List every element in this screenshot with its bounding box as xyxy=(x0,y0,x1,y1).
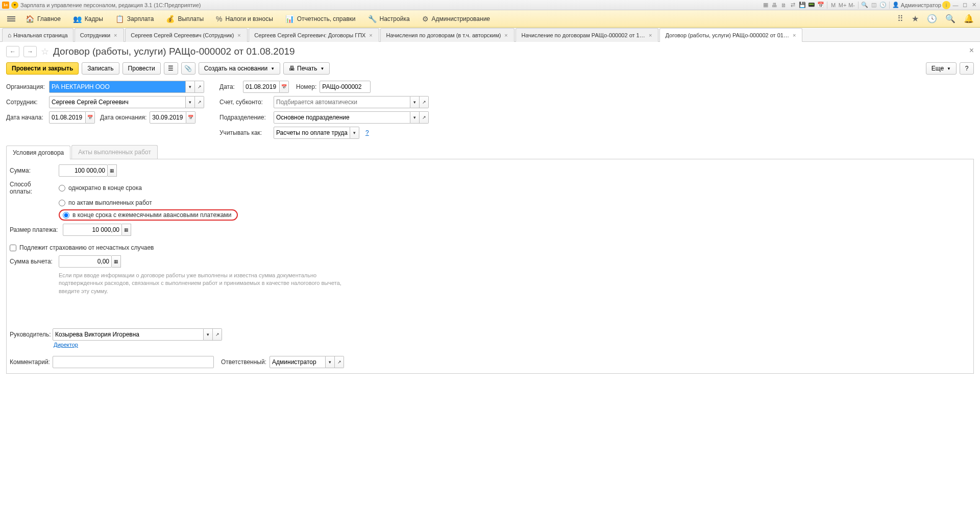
dropdown-icon[interactable]: ▾ xyxy=(410,96,420,108)
menu-main[interactable]: 🏠Главное xyxy=(20,13,66,25)
sum-input[interactable] xyxy=(59,164,108,177)
zoom-icon[interactable]: 🔍 xyxy=(861,1,869,9)
menu-reports[interactable]: 📊Отчетность, справки xyxy=(280,13,361,25)
subtab-acts[interactable]: Акты выполненных работ xyxy=(71,145,157,159)
calc-icon[interactable]: 📟 xyxy=(807,1,816,9)
date-input[interactable] xyxy=(243,81,280,93)
open-icon[interactable]: ↗ xyxy=(420,111,429,124)
tab-accruals[interactable]: Начисления по договорам (в т.ч. авторски… xyxy=(380,28,514,42)
comment-input[interactable] xyxy=(53,356,214,368)
radio-monthly[interactable] xyxy=(63,212,69,219)
print-icon[interactable]: 🖶 xyxy=(771,1,779,9)
favorite-icon[interactable]: ★ xyxy=(910,12,921,26)
close-icon[interactable]: × xyxy=(368,32,374,38)
burger-menu[interactable] xyxy=(4,16,18,21)
manager-input[interactable] xyxy=(53,328,204,341)
calendar-icon[interactable]: 📅 xyxy=(817,1,825,9)
open-icon[interactable]: ↗ xyxy=(195,81,204,93)
dropdown-icon[interactable]: ▾ xyxy=(326,356,335,368)
menu-admin[interactable]: ⚙Администрирование xyxy=(417,13,495,25)
save-icon[interactable]: 💾 xyxy=(798,1,806,9)
account-input[interactable] xyxy=(274,96,410,108)
calc-icon[interactable]: ▦ xyxy=(122,224,131,236)
calendar-icon[interactable]: 📅 xyxy=(86,111,95,124)
calc-icon[interactable]: ▦ xyxy=(112,255,121,268)
employee-input[interactable] xyxy=(49,96,186,108)
history-icon[interactable]: 🕓 xyxy=(925,12,939,26)
number-input[interactable] xyxy=(320,81,371,93)
radio-acts[interactable] xyxy=(59,200,65,206)
position-link[interactable]: Директор xyxy=(54,342,970,348)
menu-payments[interactable]: 💰Выплаты xyxy=(161,13,209,25)
tab-accrual-doc[interactable]: Начисление по договорам РАЩо-000002 от 1… xyxy=(516,28,658,42)
menu-taxes[interactable]: %Налоги и взносы xyxy=(211,13,278,25)
maximize-icon[interactable]: ◻ xyxy=(961,1,969,9)
dropdown-icon[interactable]: ▾ xyxy=(204,328,213,341)
m-plus-icon[interactable]: M+ xyxy=(839,1,847,9)
minimize-icon[interactable]: — xyxy=(951,1,960,9)
panel-icon[interactable]: ◫ xyxy=(870,1,878,9)
org-input[interactable] xyxy=(49,81,186,93)
close-icon[interactable]: × xyxy=(792,32,797,38)
calendar-icon[interactable]: 📅 xyxy=(186,111,195,124)
page-close-icon[interactable]: × xyxy=(969,46,974,55)
subtab-terms[interactable]: Условия договора xyxy=(6,146,70,159)
nav-forward-button[interactable]: → xyxy=(23,46,37,57)
dropdown-icon[interactable]: ▾ xyxy=(410,111,420,124)
insurance-checkbox[interactable] xyxy=(10,245,16,251)
close-icon[interactable]: × xyxy=(648,32,653,38)
tab-employee-card[interactable]: Сергеев Сергей Сергеевич (Сотрудник)× xyxy=(125,28,248,42)
create-based-button[interactable]: Создать на основании▼ xyxy=(199,62,280,75)
attachment-button[interactable]: 📎 xyxy=(181,62,195,75)
close-icon[interactable]: × xyxy=(112,32,118,38)
responsible-input[interactable] xyxy=(270,356,326,368)
doc-icon[interactable]: 🗎 xyxy=(780,1,788,9)
menu-settings[interactable]: 🔧Настройка xyxy=(363,13,415,25)
tab-contracts[interactable]: Сергеев Сергей Сергеевич: Договоры ГПХ× xyxy=(249,28,379,42)
open-icon[interactable]: ↗ xyxy=(335,356,344,368)
radio-once[interactable] xyxy=(59,185,65,191)
dept-input[interactable] xyxy=(274,111,410,124)
structure-button[interactable]: ☰ xyxy=(164,62,178,75)
dropdown-icon[interactable]: ▾ xyxy=(186,96,195,108)
menu-salary[interactable]: 📋Зарплата xyxy=(110,13,159,25)
help-link[interactable]: ? xyxy=(365,129,369,136)
tab-employees[interactable]: Сотрудники× xyxy=(75,28,125,42)
help-button[interactable]: ? xyxy=(960,62,974,75)
m-minus-icon[interactable]: M- xyxy=(848,1,856,9)
dropdown-icon[interactable]: ▾ xyxy=(186,81,195,93)
close-window-icon[interactable]: ✕ xyxy=(970,1,978,9)
open-icon[interactable]: ↗ xyxy=(420,96,429,108)
app-menu-dropdown[interactable]: ▾ xyxy=(11,2,18,9)
start-date-input[interactable] xyxy=(49,111,86,124)
open-icon[interactable]: ↗ xyxy=(195,96,204,108)
tab-contract-doc[interactable]: Договор (работы, услуги) РАЩо-000002 от … xyxy=(659,28,802,42)
m-icon[interactable]: M xyxy=(829,1,838,9)
toolbar-icon-1[interactable]: ▦ xyxy=(762,1,770,9)
bell-icon[interactable]: 🔔 xyxy=(962,12,976,26)
search-icon[interactable]: 🔍 xyxy=(943,12,958,26)
close-icon[interactable]: × xyxy=(503,32,509,38)
compare-icon[interactable]: ⇄ xyxy=(789,1,797,9)
account-as-input[interactable] xyxy=(274,127,350,139)
info-icon[interactable]: i xyxy=(942,1,950,9)
more-button[interactable]: Еще▼ xyxy=(926,62,957,75)
tab-home[interactable]: ⌂Начальная страница xyxy=(2,28,74,42)
deduction-input[interactable] xyxy=(59,255,112,268)
save-button[interactable]: Записать xyxy=(82,62,119,75)
menu-personnel[interactable]: 👥Кадры xyxy=(68,13,108,25)
apps-icon[interactable]: ⠿ xyxy=(895,12,905,26)
calc-icon[interactable]: ▦ xyxy=(108,164,117,177)
dropdown-icon[interactable]: ▾ xyxy=(350,127,359,139)
calendar-icon[interactable]: 📅 xyxy=(280,81,289,93)
clock-icon[interactable]: 🕓 xyxy=(879,1,887,9)
payment-size-input[interactable] xyxy=(63,224,122,236)
print-button[interactable]: 🖶Печать▼ xyxy=(283,62,330,75)
open-icon[interactable]: ↗ xyxy=(213,328,222,341)
close-icon[interactable]: × xyxy=(236,32,242,38)
post-and-close-button[interactable]: Провести и закрыть xyxy=(6,62,79,75)
post-button[interactable]: Провести xyxy=(122,62,161,75)
end-date-input[interactable] xyxy=(150,111,186,124)
favorite-star-icon[interactable]: ☆ xyxy=(41,46,49,57)
nav-back-button[interactable]: ← xyxy=(6,46,19,57)
